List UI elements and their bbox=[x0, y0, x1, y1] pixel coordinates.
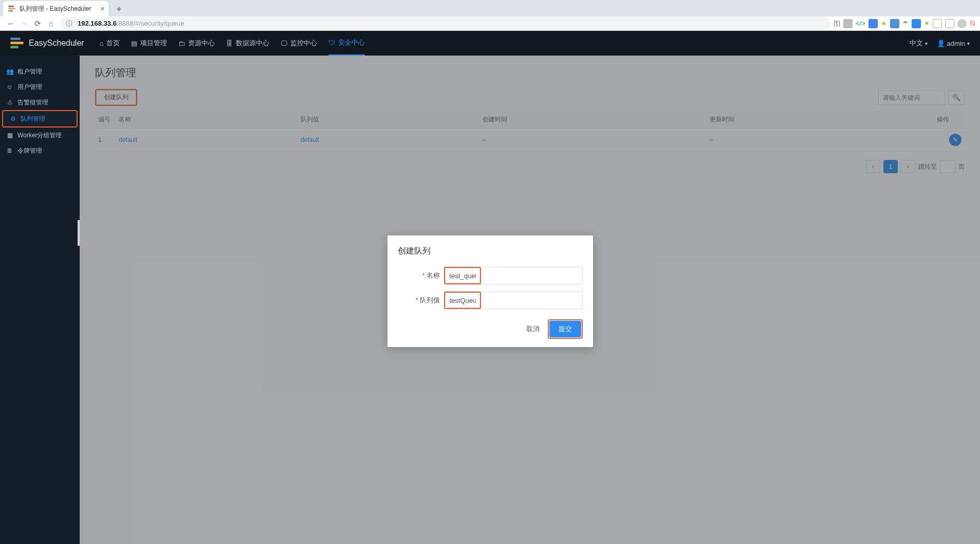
site-info-icon[interactable]: ⓘ bbox=[66, 19, 72, 28]
user-label: admin bbox=[947, 40, 965, 47]
nav-datasource-label: 数据源中心 bbox=[236, 39, 269, 48]
app-header: EasyScheduler ⌂首页 ▤项目管理 🗀资源中心 🗄数据源中心 🖵监控… bbox=[0, 31, 980, 56]
logo[interactable]: EasyScheduler bbox=[10, 38, 84, 49]
folder-icon: 🗀 bbox=[178, 40, 185, 47]
user-dropdown[interactable]: 👤 admin ▾ bbox=[937, 40, 970, 47]
clipboard-icon: ▤ bbox=[131, 40, 137, 47]
key-icon[interactable]: ⚿ bbox=[834, 20, 840, 27]
label-queue: *队列值 bbox=[398, 296, 444, 305]
nav-home-label: 首页 bbox=[106, 39, 120, 48]
sidebar-item-label: 租户管理 bbox=[17, 67, 42, 76]
label-name-text: 名称 bbox=[427, 271, 440, 279]
nav-security-label: 安全中心 bbox=[338, 38, 365, 47]
sidebar-item-label: 告警组管理 bbox=[17, 98, 48, 107]
sidebar-item-queue[interactable]: ⚙队列管理 bbox=[3, 111, 77, 126]
nav-monitor-label: 监控中心 bbox=[290, 39, 317, 48]
tab-title: 队列管理 - EasyScheduler bbox=[20, 5, 91, 13]
sidebar-item-label: 队列管理 bbox=[21, 115, 45, 123]
address-bar[interactable]: ⓘ 192.168.33.6:8888/#/security/queue bbox=[61, 17, 830, 30]
sidebar-item-label: 用户管理 bbox=[17, 83, 42, 92]
browser-chrome: 队列管理 - EasyScheduler × + ← → ⟳ ⌂ ⓘ 192.1… bbox=[0, 0, 980, 31]
ext-icon-1[interactable] bbox=[843, 19, 853, 28]
queue-value-input-ext[interactable] bbox=[481, 292, 583, 309]
sidebar: 👥租户管理 ☺用户管理 ⚠告警组管理 ⚙队列管理 ▦Worker分组管理 🗎令牌… bbox=[0, 56, 80, 544]
users-icon: 👥 bbox=[6, 68, 13, 75]
grid-icon: ▦ bbox=[6, 132, 13, 139]
shield-icon: 🛡 bbox=[328, 39, 335, 47]
back-button[interactable]: ← bbox=[4, 17, 17, 30]
umbrella-icon[interactable]: ☂ bbox=[902, 20, 909, 27]
home-button[interactable]: ⌂ bbox=[44, 17, 58, 30]
create-queue-modal: 创建队列 *名称 *队列值 取消 提交 bbox=[387, 235, 593, 347]
sidebar-item-label: Worker分组管理 bbox=[17, 131, 62, 140]
url-path: :8888/#/security/queue bbox=[117, 20, 184, 27]
queue-value-input[interactable] bbox=[445, 293, 480, 308]
cancel-button[interactable]: 取消 bbox=[524, 321, 542, 337]
sidebar-item-label: 令牌管理 bbox=[17, 147, 42, 155]
submit-button[interactable]: 提交 bbox=[549, 321, 581, 337]
ext-icon-2[interactable] bbox=[868, 19, 878, 28]
modal-title: 创建队列 bbox=[398, 246, 583, 257]
warning-icon: ⚠ bbox=[6, 99, 13, 106]
label-queue-text: 队列值 bbox=[420, 296, 440, 304]
forward-button[interactable]: → bbox=[17, 17, 31, 30]
nav-security[interactable]: 🛡安全中心 bbox=[328, 31, 365, 56]
chevron-down-icon: ▾ bbox=[925, 41, 928, 46]
asterisk-icon[interactable]: ✶ bbox=[924, 20, 930, 27]
queue-name-input[interactable] bbox=[445, 268, 480, 283]
label-name: *名称 bbox=[398, 271, 444, 280]
sidebar-item-worker[interactable]: ▦Worker分组管理 bbox=[0, 128, 80, 143]
ext-icon-3[interactable] bbox=[890, 19, 899, 28]
language-dropdown[interactable]: 中文 ▾ bbox=[910, 39, 928, 48]
database-icon: 🗄 bbox=[226, 40, 233, 47]
nav-monitor[interactable]: 🖵监控中心 bbox=[281, 31, 317, 56]
nav-project[interactable]: ▤项目管理 bbox=[131, 31, 167, 56]
ext-icon-4[interactable] bbox=[912, 19, 921, 28]
ext-icon-6[interactable] bbox=[945, 19, 954, 28]
browser-toolbar-right: ⚿ </> ★ ☂ ✶ ⦰ bbox=[834, 19, 976, 28]
doc-icon: 🗎 bbox=[6, 147, 13, 154]
logo-text: EasyScheduler bbox=[29, 39, 84, 48]
sidebar-item-token[interactable]: 🗎令牌管理 bbox=[0, 143, 80, 158]
browser-tab[interactable]: 队列管理 - EasyScheduler × bbox=[3, 1, 108, 16]
url-host: 192.168.33.6 bbox=[78, 20, 117, 27]
queue-name-input-ext[interactable] bbox=[481, 267, 583, 284]
nav-home[interactable]: ⌂首页 bbox=[100, 31, 120, 56]
adblock-icon[interactable]: ⦰ bbox=[970, 19, 976, 28]
nav-project-label: 项目管理 bbox=[140, 39, 167, 48]
avatar-icon[interactable] bbox=[957, 19, 967, 28]
nav-datasource[interactable]: 🗄数据源中心 bbox=[226, 31, 269, 56]
sidebar-item-tenant[interactable]: 👥租户管理 bbox=[0, 64, 80, 79]
code-icon[interactable]: </> bbox=[856, 20, 865, 27]
close-tab-icon[interactable]: × bbox=[100, 5, 104, 13]
sidebar-item-user[interactable]: ☺用户管理 bbox=[0, 79, 80, 95]
reload-button[interactable]: ⟳ bbox=[31, 17, 44, 30]
nav-resource-label: 资源中心 bbox=[188, 39, 215, 48]
gear-icon: ⚙ bbox=[9, 115, 16, 122]
language-label: 中文 bbox=[910, 39, 923, 48]
sidebar-item-alarm[interactable]: ⚠告警组管理 bbox=[0, 95, 80, 110]
nav-resource[interactable]: 🗀资源中心 bbox=[178, 31, 215, 56]
favicon-icon bbox=[8, 5, 16, 13]
monitor-icon: 🖵 bbox=[281, 40, 287, 47]
ext-icon-5[interactable] bbox=[933, 19, 942, 28]
user-icon: ☺ bbox=[6, 83, 13, 90]
user-icon: 👤 bbox=[937, 40, 945, 47]
new-tab-button[interactable]: + bbox=[112, 2, 126, 16]
logo-icon bbox=[10, 38, 25, 49]
home-icon: ⌂ bbox=[100, 40, 104, 47]
chevron-down-icon: ▾ bbox=[967, 41, 970, 46]
star-icon[interactable]: ★ bbox=[881, 20, 887, 27]
